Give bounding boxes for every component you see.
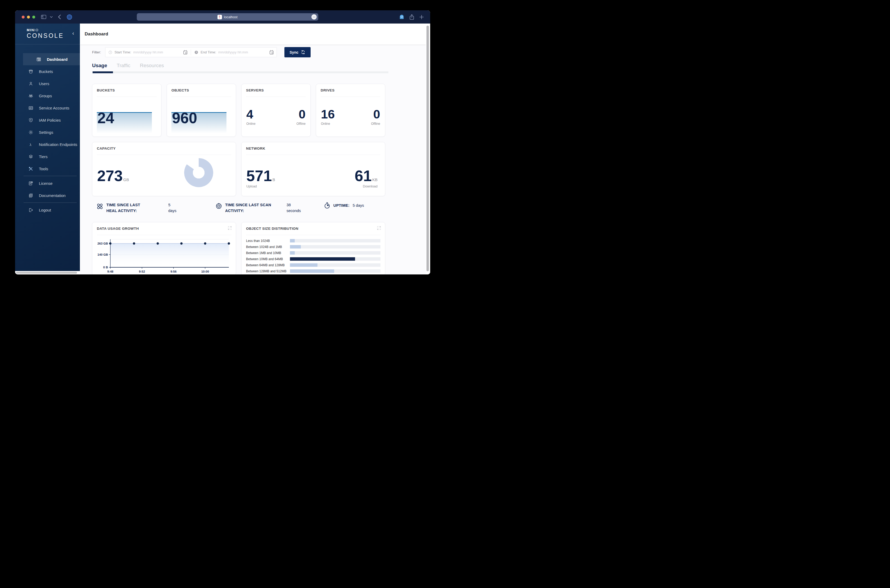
page-settings-icon[interactable]	[311, 14, 317, 20]
object-size-distribution-card: OBJECT SIZE DISTRIBUTION Less than 1024B…	[241, 222, 385, 274]
sidebar-item-tools[interactable]: Tools	[15, 163, 80, 175]
servers-online-label: Online	[246, 122, 256, 126]
network-download-value: 61	[355, 168, 372, 183]
screenshot-stage: localhost	[0, 0, 445, 294]
start-time-input[interactable]: Start Time: mm/dd/yyyy hh:mm	[108, 50, 188, 55]
sidebar-item-label: Tools	[39, 166, 48, 171]
sidebar-item-settings[interactable]: Settings	[15, 126, 80, 138]
svg-text:263 GB: 263 GB	[97, 242, 108, 245]
active-tab-underline	[93, 71, 113, 73]
ghostery-icon[interactable]	[399, 14, 404, 20]
osd-category-label: Between 64MB and 128MB	[246, 263, 290, 267]
osd-row: Between 64MB and 128MB	[246, 262, 380, 268]
sidebar-item-users[interactable]: Users	[15, 78, 80, 90]
sidebar-item-label: Users	[39, 81, 49, 86]
osd-category-label: Between 128MB and 512MB	[246, 269, 290, 273]
card-title: DRIVES	[321, 88, 335, 92]
osd-bar-track	[290, 239, 380, 243]
capacity-donut-chart	[184, 158, 213, 187]
tab-usage[interactable]: Usage	[92, 63, 107, 69]
page-title: Dashboard	[85, 32, 108, 37]
sidebar-item-tiers[interactable]: Tiers	[15, 150, 80, 163]
object-size-distribution-chart: Less than 1024BBetween 1024B and 1MBBetw…	[246, 238, 380, 274]
card-title: BUCKETS	[97, 88, 115, 92]
sidebar-item-label: Tiers	[39, 154, 48, 159]
osd-bar-track	[290, 245, 380, 249]
expand-icon[interactable]	[228, 226, 232, 230]
address-bar[interactable]: localhost	[137, 13, 318, 21]
sidebar-item-license[interactable]: License	[15, 177, 80, 189]
license-icon	[28, 181, 33, 186]
status-label: UPTIME:	[333, 202, 349, 208]
calendar-icon[interactable]	[183, 50, 188, 55]
back-icon[interactable]	[58, 15, 61, 19]
sidebar-item-dashboard[interactable]: Dashboard	[23, 53, 80, 65]
buckets-value: 24	[97, 111, 114, 126]
sidebar-item-logout[interactable]: Logout	[15, 204, 80, 216]
osd-bar	[290, 245, 301, 249]
uptime-icon	[324, 202, 331, 209]
sidebar-section-divider	[24, 202, 77, 203]
sidebar-item-iam-policies[interactable]: IAM Policies	[15, 114, 80, 126]
flamingo-favicon	[218, 15, 222, 19]
scan-activity-status: TIME SINCE LAST SCAN ACTIVITY: 38 second…	[215, 202, 304, 214]
osd-category-label: Between 1MB and 10MB	[246, 251, 290, 255]
objects-card: OBJECTS 960	[167, 84, 236, 137]
expand-icon[interactable]	[377, 226, 381, 230]
user-icon	[28, 81, 33, 86]
sidebar-item-service-accounts[interactable]: Service Accounts	[15, 102, 80, 114]
svg-text:λ: λ	[30, 142, 32, 147]
chevron-down-icon[interactable]	[50, 16, 53, 18]
sidebar-item-label: Settings	[39, 130, 53, 135]
documentation-icon	[28, 193, 33, 198]
layers-icon	[28, 154, 33, 159]
vertical-scrollbar-thumb[interactable]	[427, 26, 429, 271]
dashboard-grid-icon	[36, 57, 41, 62]
tab-underline-track	[92, 71, 388, 73]
sidebar-item-groups[interactable]: Groups	[15, 90, 80, 102]
sidebar-item-buckets[interactable]: Buckets	[15, 65, 80, 78]
scan-icon	[215, 203, 222, 210]
sync-button[interactable]: Sync	[284, 47, 311, 57]
id-card-icon	[28, 105, 33, 111]
new-tab-icon[interactable]	[419, 15, 424, 19]
filter-label: Filter:	[92, 50, 101, 54]
drives-online-label: Online	[321, 122, 335, 126]
osd-bar-track	[290, 257, 380, 261]
sidebar-menu: DashboardBucketsUsersGroupsService Accou…	[15, 53, 80, 216]
osd-bar-track	[290, 269, 380, 273]
servers-offline-label: Offline	[296, 122, 305, 126]
osd-row: Between 1024B and 1MB	[246, 244, 380, 250]
network-upload-unit: B	[272, 177, 275, 182]
vertical-scrollbar[interactable]	[426, 24, 430, 274]
close-window-button[interactable]	[22, 16, 25, 18]
share-icon[interactable]	[410, 14, 414, 20]
status-value: 5 days	[353, 202, 364, 208]
uptime-status: UPTIME: 5 days	[324, 202, 364, 209]
onepassword-icon[interactable]	[67, 14, 72, 20]
horizontal-scrollbar[interactable]	[15, 271, 80, 274]
sync-icon	[301, 50, 305, 54]
tab-traffic[interactable]: Traffic	[117, 63, 131, 69]
sidebar-collapse-button[interactable]: ‹	[72, 30, 74, 36]
zoom-window-button[interactable]	[32, 16, 35, 18]
horizontal-scrollbar-thumb[interactable]	[16, 272, 77, 274]
sidebar-toggle-icon[interactable]	[41, 15, 46, 19]
sync-button-label: Sync	[290, 50, 298, 54]
calendar-icon[interactable]	[269, 50, 274, 55]
tab-resources[interactable]: Resources	[140, 63, 164, 69]
card-title: NETWORK	[246, 147, 265, 150]
sidebar-item-label: Service Accounts	[39, 106, 69, 110]
servers-offline-value: 0	[299, 107, 305, 121]
chart-title: OBJECT SIZE DISTRIBUTION	[246, 226, 298, 231]
svg-text:0 B: 0 B	[103, 266, 108, 269]
groups-icon	[28, 93, 33, 98]
end-time-input[interactable]: End Time: mm/dd/yyyy hh:mm	[194, 50, 274, 55]
status-value: 38 seconds	[287, 202, 304, 214]
minimize-window-button[interactable]	[27, 16, 30, 18]
sidebar-item-label: Logout	[39, 208, 51, 212]
chart-title: DATA USAGE GROWTH	[97, 226, 139, 231]
sidebar-item-notification-endpoints[interactable]: λNotification Endpoints	[15, 138, 80, 150]
sidebar-item-documentation[interactable]: Documentation	[15, 189, 80, 201]
capacity-card: CAPACITY 273 GB	[92, 142, 236, 196]
